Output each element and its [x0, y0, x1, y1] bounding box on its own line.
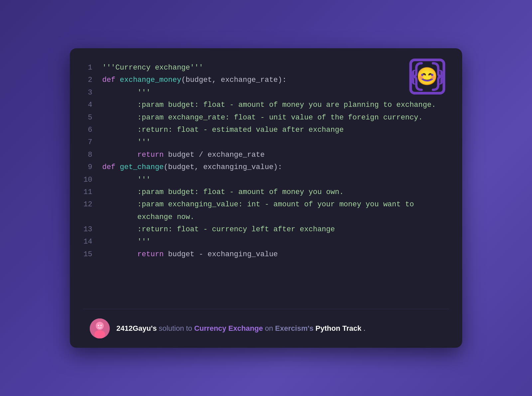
- svg-point-8: [100, 325, 102, 326]
- svg-point-6: [94, 330, 105, 338]
- line-content: ''': [102, 174, 442, 186]
- token-string: ''': [102, 138, 150, 146]
- line-content: def exchange_money(budget, exchange_rate…: [102, 74, 442, 86]
- line-content: :param budget: float - amount of money y…: [102, 99, 442, 111]
- svg-point-2: [421, 74, 424, 76]
- token-normal: (budget, exchanging_value):: [164, 163, 282, 171]
- line-number: 2: [83, 74, 102, 86]
- token-string: '''Currency exchange''': [102, 64, 203, 72]
- token-string: ''': [102, 89, 150, 97]
- line-content: ''': [102, 87, 442, 99]
- token-string: ''': [102, 238, 150, 246]
- line-content: :return: float - estimated value after e…: [102, 124, 442, 136]
- line-content: ''': [102, 236, 442, 248]
- code-area: {😊} 1 '''Currency exchange''': [70, 48, 462, 309]
- line-number: 9: [83, 161, 102, 173]
- code-block: 1 '''Currency exchange''' 2 def exchange…: [83, 62, 442, 261]
- code-line-5: 5 :param exchange_rate: float - unit val…: [83, 111, 442, 124]
- line-number: 14: [83, 236, 102, 248]
- token-doc: :param exchanging_value: int - amount of…: [102, 200, 414, 221]
- token-keyword: def: [102, 163, 120, 171]
- line-content: :return: float - currency left after exc…: [102, 223, 442, 236]
- token-keyword: return: [102, 250, 168, 259]
- line-content: '''Currency exchange''': [102, 62, 442, 74]
- code-line-15: 15 return budget - exchanging_value: [83, 248, 442, 261]
- token-funcname: exchange_money: [120, 76, 181, 84]
- token-doc: :param budget: float - amount of money y…: [102, 101, 436, 109]
- token-funcname: get_change: [120, 163, 164, 171]
- code-line-1: 1 '''Currency exchange''': [83, 62, 442, 74]
- token-normal: budget / exchange_rate: [168, 151, 265, 159]
- token-keyword: def: [102, 76, 120, 84]
- footer-solution-text: solution to: [159, 324, 192, 332]
- code-line-9: 9 def get_change(budget, exchanging_valu…: [83, 161, 442, 173]
- line-number: 6: [83, 124, 102, 136]
- code-line-6: 6 :return: float - estimated value after…: [83, 124, 442, 136]
- line-content: return budget - exchanging_value: [102, 248, 442, 261]
- line-content: :param budget: float - amount of money y…: [102, 186, 442, 198]
- code-line-4: 4 :param budget: float - amount of money…: [83, 99, 442, 111]
- line-number: 12: [83, 198, 102, 223]
- token-doc: :param budget: float - amount of money y…: [102, 188, 343, 196]
- code-line-12: 12 :param exchanging_value: int - amount…: [83, 198, 442, 223]
- token-normal: budget - exchanging_value: [168, 250, 278, 259]
- code-card: {😊} 1 '''Currency exchange''': [70, 48, 462, 348]
- token-string: ''': [102, 176, 150, 184]
- svg-point-7: [98, 325, 99, 326]
- line-number: 15: [83, 248, 102, 261]
- footer-exercism: Exercism's: [275, 324, 313, 332]
- footer: 2412Gayu's solution to Currency Exchange…: [70, 309, 462, 348]
- line-content: return budget / exchange_rate: [102, 149, 442, 161]
- line-content: def get_change(budget, exchanging_value)…: [102, 161, 442, 173]
- footer-username: 2412Gayu's: [116, 324, 157, 332]
- footer-on: on: [265, 324, 273, 332]
- code-line-11: 11 :param budget: float - amount of mone…: [83, 186, 442, 198]
- code-line-7: 7 ''': [83, 136, 442, 148]
- line-number: 13: [83, 223, 102, 236]
- line-number: 7: [83, 136, 102, 148]
- code-line-2: 2 def exchange_money(budget, exchange_ra…: [83, 74, 442, 86]
- line-number: 3: [83, 87, 102, 99]
- avatar: [90, 318, 110, 338]
- svg-point-5: [96, 322, 104, 330]
- code-line-3: 3 ''': [83, 87, 442, 99]
- token-keyword: return: [102, 151, 168, 159]
- svg-point-3: [431, 74, 434, 76]
- line-content: ''': [102, 136, 442, 148]
- line-number: 4: [83, 99, 102, 111]
- footer-dot: .: [363, 324, 365, 332]
- line-number: 1: [83, 62, 102, 74]
- footer-track: Python Track: [316, 324, 361, 332]
- token-doc: :return: float - estimated value after e…: [102, 126, 343, 134]
- code-line-14: 14 ''': [83, 236, 442, 248]
- line-content: :param exchanging_value: int - amount of…: [102, 198, 442, 223]
- line-number: 11: [83, 186, 102, 198]
- line-number: 8: [83, 149, 102, 161]
- token-doc: :return: float - currency left after exc…: [102, 225, 335, 234]
- footer-exercise: Currency Exchange: [194, 324, 263, 332]
- footer-attribution: 2412Gayu's solution to Currency Exchange…: [116, 324, 365, 333]
- code-line-10: 10 ''': [83, 174, 442, 186]
- code-line-8: 8 return budget / exchange_rate: [83, 149, 442, 161]
- line-number: 10: [83, 174, 102, 186]
- exercism-logo: {😊}: [409, 58, 446, 95]
- code-line-13: 13 :return: float - currency left after …: [83, 223, 442, 236]
- line-content: :param exchange_rate: float - unit value…: [102, 111, 442, 124]
- line-number: 5: [83, 111, 102, 124]
- token-normal: (budget, exchange_rate):: [181, 76, 287, 84]
- token-doc: :param exchange_rate: float - unit value…: [102, 113, 423, 122]
